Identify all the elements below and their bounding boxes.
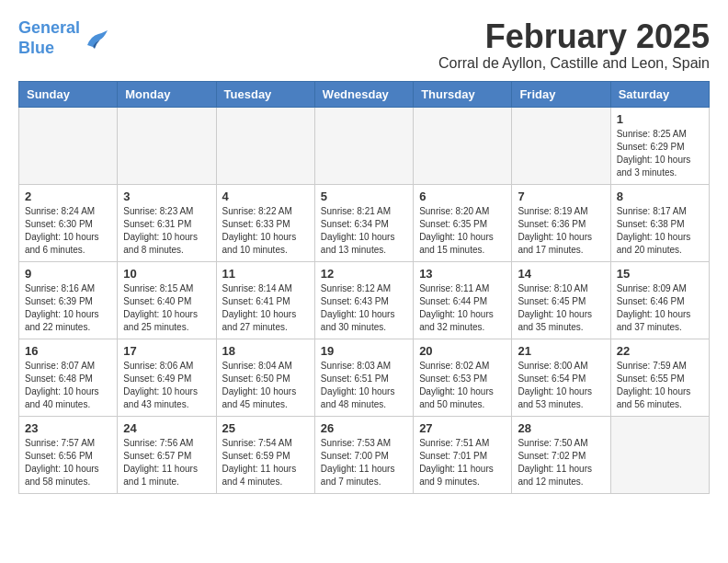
day-number: 20 [419,344,506,358]
day-info: Sunrise: 8:15 AM Sunset: 6:40 PM Dayligh… [123,282,210,334]
table-row: 18Sunrise: 8:04 AM Sunset: 6:50 PM Dayli… [216,339,314,416]
day-number: 25 [222,421,309,435]
calendar-week-row: 9Sunrise: 8:16 AM Sunset: 6:39 PM Daylig… [19,261,710,339]
table-row: 10Sunrise: 8:15 AM Sunset: 6:40 PM Dayli… [118,261,216,339]
weekday-header-monday: Monday [118,81,216,107]
day-info: Sunrise: 8:14 AM Sunset: 6:41 PM Dayligh… [222,282,309,334]
day-info: Sunrise: 7:53 AM Sunset: 7:00 PM Dayligh… [321,437,407,488]
weekday-header-saturday: Saturday [610,81,709,107]
day-info: Sunrise: 8:12 AM Sunset: 6:43 PM Dayligh… [321,282,407,334]
table-row: 6Sunrise: 8:20 AM Sunset: 6:35 PM Daylig… [414,184,512,261]
day-info: Sunrise: 8:06 AM Sunset: 6:49 PM Dayligh… [123,360,210,411]
table-row [512,107,610,184]
day-info: Sunrise: 8:11 AM Sunset: 6:44 PM Dayligh… [419,282,506,334]
table-row: 1Sunrise: 8:25 AM Sunset: 6:29 PM Daylig… [610,107,709,184]
day-info: Sunrise: 8:19 AM Sunset: 6:36 PM Dayligh… [518,205,604,257]
table-row: 11Sunrise: 8:14 AM Sunset: 6:41 PM Dayli… [216,261,314,339]
calendar-week-row: 23Sunrise: 7:57 AM Sunset: 6:56 PM Dayli… [19,416,710,493]
day-number: 24 [123,421,210,435]
day-info: Sunrise: 8:03 AM Sunset: 6:51 PM Dayligh… [321,360,407,411]
table-row: 22Sunrise: 7:59 AM Sunset: 6:55 PM Dayli… [610,339,709,416]
day-info: Sunrise: 8:20 AM Sunset: 6:35 PM Dayligh… [419,205,506,257]
day-number: 4 [222,190,309,203]
table-row: 5Sunrise: 8:21 AM Sunset: 6:34 PM Daylig… [314,184,413,261]
day-info: Sunrise: 8:21 AM Sunset: 6:34 PM Dayligh… [321,205,407,257]
table-row [118,107,216,184]
weekday-header-tuesday: Tuesday [216,81,314,107]
logo: General Blue [18,18,109,58]
table-row: 27Sunrise: 7:51 AM Sunset: 7:01 PM Dayli… [414,416,512,493]
day-number: 19 [321,344,407,358]
day-info: Sunrise: 8:17 AM Sunset: 6:38 PM Dayligh… [617,205,703,257]
day-number: 22 [617,344,703,358]
day-number: 8 [617,190,703,203]
table-row [414,107,512,184]
weekday-header-sunday: Sunday [19,81,118,107]
day-number: 7 [518,190,604,203]
calendar: SundayMondayTuesdayWednesdayThursdayFrid… [18,81,710,494]
table-row: 12Sunrise: 8:12 AM Sunset: 6:43 PM Dayli… [314,261,413,339]
table-row: 25Sunrise: 7:54 AM Sunset: 6:59 PM Dayli… [216,416,314,493]
day-number: 9 [25,267,111,281]
table-row: 3Sunrise: 8:23 AM Sunset: 6:31 PM Daylig… [118,184,216,261]
table-row: 23Sunrise: 7:57 AM Sunset: 6:56 PM Dayli… [19,416,118,493]
day-number: 3 [123,190,210,203]
logo-bird-icon [84,29,109,49]
table-row: 4Sunrise: 8:22 AM Sunset: 6:33 PM Daylig… [216,184,314,261]
day-number: 5 [321,190,407,203]
day-info: Sunrise: 8:00 AM Sunset: 6:54 PM Dayligh… [518,360,604,411]
title-section: February 2025 Corral de Ayllon, Castille… [438,18,710,72]
table-row: 21Sunrise: 8:00 AM Sunset: 6:54 PM Dayli… [512,339,610,416]
day-number: 26 [321,421,407,435]
table-row [314,107,413,184]
day-info: Sunrise: 8:09 AM Sunset: 6:46 PM Dayligh… [617,282,703,334]
weekday-header-thursday: Thursday [414,81,512,107]
table-row [19,107,118,184]
calendar-week-row: 1Sunrise: 8:25 AM Sunset: 6:29 PM Daylig… [19,107,710,184]
day-number: 18 [222,344,309,358]
table-row: 17Sunrise: 8:06 AM Sunset: 6:49 PM Dayli… [118,339,216,416]
day-info: Sunrise: 8:16 AM Sunset: 6:39 PM Dayligh… [25,282,111,334]
table-row: 26Sunrise: 7:53 AM Sunset: 7:00 PM Dayli… [314,416,413,493]
day-info: Sunrise: 7:59 AM Sunset: 6:55 PM Dayligh… [617,360,703,411]
month-title: February 2025 [438,18,710,55]
day-info: Sunrise: 8:24 AM Sunset: 6:30 PM Dayligh… [25,205,111,257]
day-info: Sunrise: 7:57 AM Sunset: 6:56 PM Dayligh… [25,437,111,488]
day-number: 11 [222,267,309,281]
table-row: 14Sunrise: 8:10 AM Sunset: 6:45 PM Dayli… [512,261,610,339]
weekday-header-wednesday: Wednesday [314,81,413,107]
day-info: Sunrise: 7:56 AM Sunset: 6:57 PM Dayligh… [123,437,210,488]
day-info: Sunrise: 8:02 AM Sunset: 6:53 PM Dayligh… [419,360,506,411]
day-number: 23 [25,421,111,435]
logo-general: General [18,18,80,37]
table-row: 24Sunrise: 7:56 AM Sunset: 6:57 PM Dayli… [118,416,216,493]
day-number: 10 [123,267,210,281]
table-row: 2Sunrise: 8:24 AM Sunset: 6:30 PM Daylig… [19,184,118,261]
calendar-header-row: SundayMondayTuesdayWednesdayThursdayFrid… [19,81,710,107]
day-info: Sunrise: 8:22 AM Sunset: 6:33 PM Dayligh… [222,205,309,257]
day-info: Sunrise: 8:04 AM Sunset: 6:50 PM Dayligh… [222,360,309,411]
day-number: 6 [419,190,506,203]
day-number: 21 [518,344,604,358]
day-number: 27 [419,421,506,435]
day-number: 16 [25,344,111,358]
day-number: 13 [419,267,506,281]
table-row: 16Sunrise: 8:07 AM Sunset: 6:48 PM Dayli… [19,339,118,416]
calendar-week-row: 2Sunrise: 8:24 AM Sunset: 6:30 PM Daylig… [19,184,710,261]
table-row: 19Sunrise: 8:03 AM Sunset: 6:51 PM Dayli… [314,339,413,416]
day-number: 14 [518,267,604,281]
day-info: Sunrise: 7:51 AM Sunset: 7:01 PM Dayligh… [419,437,506,488]
table-row: 15Sunrise: 8:09 AM Sunset: 6:46 PM Dayli… [610,261,709,339]
day-info: Sunrise: 7:54 AM Sunset: 6:59 PM Dayligh… [222,437,309,488]
table-row: 28Sunrise: 7:50 AM Sunset: 7:02 PM Dayli… [512,416,610,493]
day-number: 28 [518,421,604,435]
table-row [216,107,314,184]
day-info: Sunrise: 8:07 AM Sunset: 6:48 PM Dayligh… [25,360,111,411]
logo-blue: Blue [18,39,54,57]
table-row: 7Sunrise: 8:19 AM Sunset: 6:36 PM Daylig… [512,184,610,261]
table-row: 9Sunrise: 8:16 AM Sunset: 6:39 PM Daylig… [19,261,118,339]
location-title: Corral de Ayllon, Castille and Leon, Spa… [438,55,710,72]
table-row: 8Sunrise: 8:17 AM Sunset: 6:38 PM Daylig… [610,184,709,261]
day-info: Sunrise: 8:25 AM Sunset: 6:29 PM Dayligh… [617,128,703,179]
table-row: 13Sunrise: 8:11 AM Sunset: 6:44 PM Dayli… [414,261,512,339]
